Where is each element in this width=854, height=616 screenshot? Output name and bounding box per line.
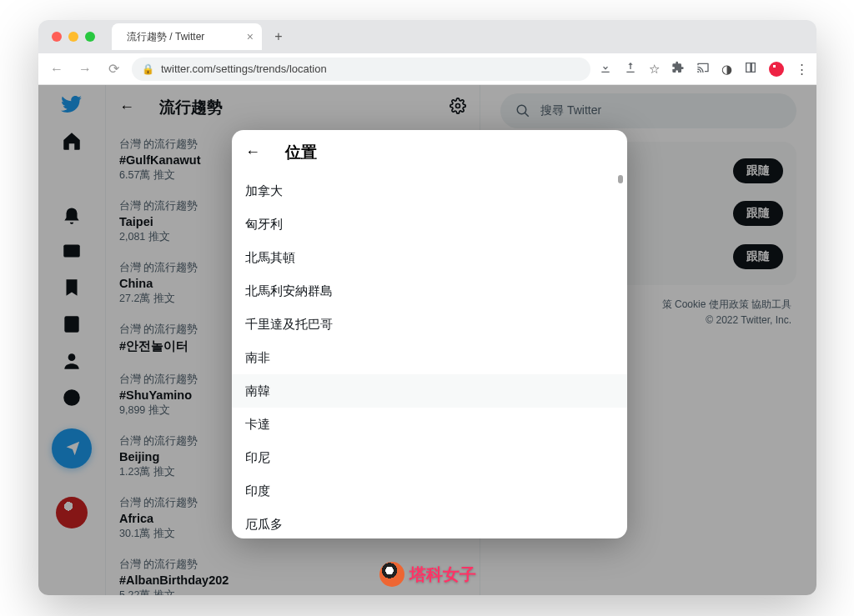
share-icon[interactable] [624,61,637,77]
cast-icon[interactable] [696,61,710,77]
location-option[interactable]: 北馬其頓 [232,241,627,274]
browser-toolbar: ← → ⟳ 🔒 twitter.com/settings/trends/loca… [38,53,816,85]
toolbar-actions: ☆ ◑ ⋮ [599,61,808,77]
tab-title: 流行趨勢 / Twitter [127,30,204,44]
location-option[interactable]: 印度 [232,474,627,508]
close-window-button[interactable] [52,32,62,42]
menu-icon[interactable]: ⋮ [796,62,808,77]
location-option[interactable]: 南韓 [232,374,627,408]
browser-window: 流行趨勢 / Twitter × + ← → ⟳ 🔒 twitter.com/s… [38,20,816,595]
reading-list-icon[interactable] [744,61,757,77]
location-option[interactable]: 南非 [232,341,627,374]
install-icon[interactable] [599,61,612,77]
modal-header: ← 位置 [232,130,627,174]
browser-tab-bar: 流行趨勢 / Twitter × + [38,20,816,53]
location-option[interactable]: 印尼 [232,441,627,474]
browser-tab[interactable]: 流行趨勢 / Twitter × [112,23,262,50]
tab-close-icon[interactable]: × [247,30,254,43]
location-list[interactable]: 加拿大匈牙利北馬其頓北馬利安納群島千里達及托巴哥南非南韓卡達印尼印度厄瓜多古巴 [232,174,627,538]
new-tab-button[interactable]: + [269,27,289,47]
reload-button[interactable]: ⟳ [103,61,123,77]
address-bar[interactable]: 🔒 twitter.com/settings/trends/location [132,58,590,81]
watermark: 塔科女子 [379,562,476,587]
back-button[interactable]: ← [47,62,67,77]
location-option[interactable]: 厄瓜多 [232,508,627,538]
star-icon[interactable]: ☆ [649,62,660,77]
profile-avatar-icon[interactable] [769,62,784,77]
window-controls[interactable] [52,32,95,42]
forward-button[interactable]: → [75,62,95,77]
minimize-window-button[interactable] [68,32,78,42]
lock-icon: 🔒 [142,63,154,75]
scrollbar-thumb[interactable] [618,175,623,183]
update-icon[interactable]: ◑ [721,62,732,77]
location-option[interactable]: 卡達 [232,408,627,441]
watermark-icon [379,562,404,587]
modal-title: 位置 [285,142,317,163]
location-option[interactable]: 千里達及托巴哥 [232,308,627,341]
location-option[interactable]: 匈牙利 [232,208,627,241]
location-option[interactable]: 加拿大 [232,174,627,208]
location-modal: ← 位置 加拿大匈牙利北馬其頓北馬利安納群島千里達及托巴哥南非南韓卡達印尼印度厄… [232,130,627,538]
page-content: ← 流行趨勢 台灣 的流行趨勢 #GulfKanawut 6.57萬 推文台灣 … [38,85,816,595]
maximize-window-button[interactable] [85,32,95,42]
modal-back-icon[interactable]: ← [245,143,260,161]
extensions-icon[interactable] [671,61,685,77]
location-option[interactable]: 北馬利安納群島 [232,274,627,308]
url-text: twitter.com/settings/trends/location [161,63,327,75]
